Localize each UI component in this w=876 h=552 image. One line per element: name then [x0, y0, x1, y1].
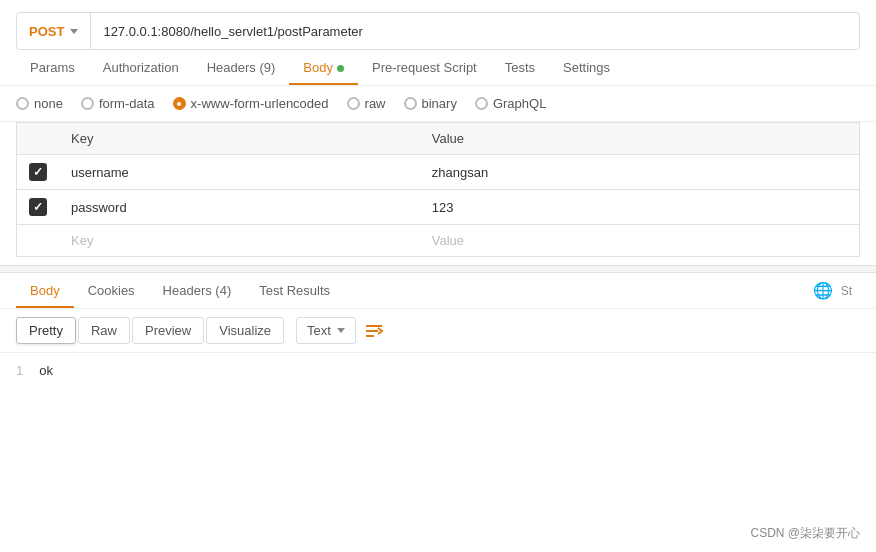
params-table: Key Value ✓ username zhangsan ✓ password…	[16, 122, 860, 257]
tab-authorization[interactable]: Authorization	[89, 50, 193, 85]
text-format-dropdown[interactable]: Text	[296, 317, 356, 344]
line-number: 1	[16, 363, 23, 378]
tab-params[interactable]: Params	[16, 50, 89, 85]
response-tabs: Body Cookies Headers (4) Test Results 🌐 …	[0, 273, 876, 309]
table-row: ✓ username zhangsan	[17, 155, 860, 190]
response-tabs-right: 🌐 St	[813, 281, 860, 300]
value-cell[interactable]: zhangsan	[420, 155, 860, 190]
radio-raw	[347, 97, 360, 110]
format-row: Pretty Raw Preview Visualize Text	[0, 309, 876, 353]
status-text: St	[841, 284, 852, 298]
checkbox-cell: ✓	[17, 155, 60, 190]
option-raw[interactable]: raw	[347, 96, 386, 111]
option-none[interactable]: none	[16, 96, 63, 111]
radio-none	[16, 97, 29, 110]
method-label: POST	[29, 24, 64, 39]
tab-tests[interactable]: Tests	[491, 50, 549, 85]
rtab-test-results[interactable]: Test Results	[245, 273, 344, 308]
wrap-icon[interactable]	[364, 322, 384, 340]
rtab-cookies[interactable]: Cookies	[74, 273, 149, 308]
value-cell[interactable]: 123	[420, 190, 860, 225]
response-line-text: ok	[39, 363, 53, 378]
section-divider	[0, 265, 876, 273]
radio-graphql	[475, 97, 488, 110]
option-x-www-form-urlencoded[interactable]: x-www-form-urlencoded	[173, 96, 329, 111]
format-raw[interactable]: Raw	[78, 317, 130, 344]
url-bar: POST	[16, 12, 860, 50]
checkbox-header-col	[17, 123, 60, 155]
response-content: 1ok	[0, 353, 876, 388]
option-binary[interactable]: binary	[404, 96, 457, 111]
key-cell[interactable]: password	[59, 190, 420, 225]
format-visualize[interactable]: Visualize	[206, 317, 284, 344]
row1-checkbox[interactable]: ✓	[29, 163, 47, 181]
text-format-label: Text	[307, 323, 331, 338]
option-form-data[interactable]: form-data	[81, 96, 155, 111]
rtab-headers[interactable]: Headers (4)	[149, 273, 246, 308]
body-options: none form-data x-www-form-urlencoded raw…	[0, 86, 876, 122]
tab-body[interactable]: Body	[289, 50, 358, 85]
footer: CSDN @柒柒要开心	[750, 525, 860, 542]
method-selector[interactable]: POST	[17, 13, 91, 49]
table-row: ✓ password 123	[17, 190, 860, 225]
response-tabs-left: Body Cookies Headers (4) Test Results	[16, 273, 344, 308]
tab-pre-request-script[interactable]: Pre-request Script	[358, 50, 491, 85]
value-header: Value	[420, 123, 860, 155]
key-placeholder[interactable]: Key	[59, 225, 420, 257]
row2-checkbox[interactable]: ✓	[29, 198, 47, 216]
text-format-chevron	[337, 328, 345, 333]
tab-headers[interactable]: Headers (9)	[193, 50, 290, 85]
url-input[interactable]	[91, 24, 859, 39]
globe-icon: 🌐	[813, 281, 833, 300]
table-row-empty: Key Value	[17, 225, 860, 257]
method-dropdown-icon	[70, 29, 78, 34]
radio-binary	[404, 97, 417, 110]
radio-form-data	[81, 97, 94, 110]
tab-settings[interactable]: Settings	[549, 50, 624, 85]
radio-x-www	[173, 97, 186, 110]
format-preview[interactable]: Preview	[132, 317, 204, 344]
body-dot	[337, 65, 344, 72]
key-header: Key	[59, 123, 420, 155]
value-placeholder[interactable]: Value	[420, 225, 860, 257]
request-tabs: Params Authorization Headers (9) Body Pr…	[0, 50, 876, 86]
option-graphql[interactable]: GraphQL	[475, 96, 546, 111]
format-pretty[interactable]: Pretty	[16, 317, 76, 344]
rtab-body[interactable]: Body	[16, 273, 74, 308]
key-cell[interactable]: username	[59, 155, 420, 190]
checkbox-cell: ✓	[17, 190, 60, 225]
checkbox-cell-empty	[17, 225, 60, 257]
